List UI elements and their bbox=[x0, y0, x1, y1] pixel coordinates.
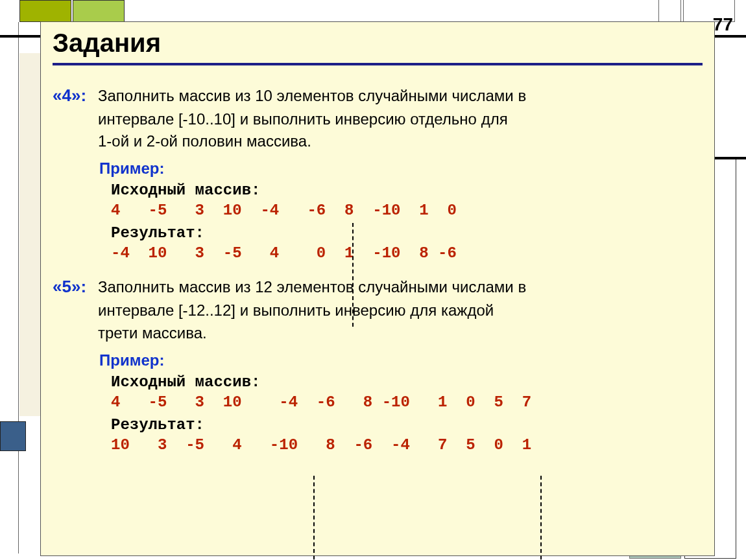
task-4-source-label: Исходный массив: bbox=[111, 181, 703, 199]
task-4-source-array: 4 -5 3 10 -4 -6 8 -10 1 0 bbox=[111, 202, 703, 219]
task-5-line-1: «5»:Заполнить массив из 12 элементов слу… bbox=[53, 275, 703, 299]
decor-block-lime bbox=[73, 0, 125, 22]
slide-title: Задания bbox=[53, 29, 703, 58]
separator-task-5-a bbox=[313, 476, 315, 560]
task-4: «4»:Заполнить массив из 10 элементов слу… bbox=[53, 84, 703, 262]
task-5-example-label: Пример: bbox=[99, 351, 703, 369]
task-4-line-1: «4»:Заполнить массив из 10 элементов слу… bbox=[53, 84, 703, 108]
decor-panel-left bbox=[19, 53, 43, 416]
task-5-source-label: Исходный массив: bbox=[111, 373, 703, 391]
task-4-text-1: Заполнить массив из 10 элементов случайн… bbox=[98, 87, 526, 104]
task-5-result-array: 10 3 -5 4 -10 8 -6 -4 7 5 0 1 bbox=[111, 436, 703, 454]
separator-task-4 bbox=[352, 223, 354, 327]
task-5-result-label: Результат: bbox=[111, 416, 703, 434]
page-number: 77 bbox=[713, 14, 733, 35]
slide-body: Задания «4»:Заполнить массив из 10 элеме… bbox=[40, 21, 715, 556]
grade-4-label: «4»: bbox=[53, 84, 98, 108]
task-4-text-2: интервале [-10..10] и выполнить инверсию… bbox=[53, 108, 703, 131]
task-5-text-2: интервале [-12..12] и выполнить инверсию… bbox=[53, 299, 703, 322]
separator-task-5-b bbox=[540, 476, 542, 560]
decor-block-blue-left bbox=[0, 421, 26, 451]
task-5-text-3: трети массива. bbox=[53, 322, 703, 345]
task-4-result-label: Результат: bbox=[111, 224, 703, 242]
title-underline bbox=[53, 63, 703, 65]
decor-block-gap bbox=[658, 0, 681, 22]
task-4-result-array: -4 10 3 -5 4 0 1 -10 8 -6 bbox=[111, 244, 703, 262]
task-5-text-1: Заполнить массив из 12 элементов случайн… bbox=[98, 278, 526, 296]
task-5-source-array: 4 -5 3 10 -4 -6 8 -10 1 0 5 7 bbox=[111, 393, 703, 411]
decor-block-olive bbox=[19, 0, 71, 22]
grade-5-label: «5»: bbox=[53, 275, 98, 299]
task-4-text-3: 1-ой и 2-ой половин массива. bbox=[53, 130, 703, 153]
task-5: «5»:Заполнить массив из 12 элементов слу… bbox=[53, 275, 703, 453]
task-4-example-label: Пример: bbox=[99, 159, 703, 178]
